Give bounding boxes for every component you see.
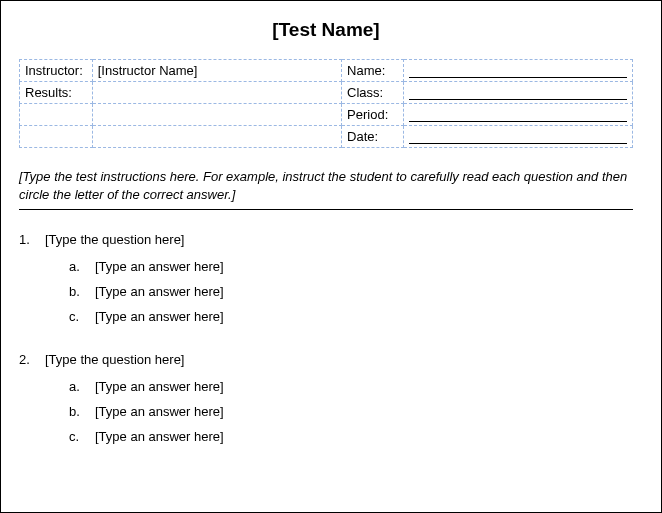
instructor-value[interactable]: [Instructor Name] (92, 60, 341, 82)
answer-letter: a. (69, 259, 95, 274)
empty-cell (20, 126, 93, 148)
answer-text[interactable]: [Type an answer here] (95, 259, 224, 274)
question-block: 2. [Type the question here] a. [Type an … (19, 352, 633, 444)
answer-text[interactable]: [Type an answer here] (95, 379, 224, 394)
date-field[interactable] (404, 126, 633, 148)
answer-letter: b. (69, 404, 95, 419)
question-text[interactable]: [Type the question here] (45, 352, 184, 367)
name-label: Name: (342, 60, 404, 82)
empty-cell (92, 104, 341, 126)
test-title[interactable]: [Test Name] (19, 19, 633, 41)
info-table: Instructor: [Instructor Name] Name: Resu… (19, 59, 633, 148)
answer-text[interactable]: [Type an answer here] (95, 284, 224, 299)
results-value[interactable] (92, 82, 341, 104)
empty-cell (92, 126, 341, 148)
question-number: 1. (19, 232, 45, 247)
name-field[interactable] (404, 60, 633, 82)
answer-letter: a. (69, 379, 95, 394)
period-field[interactable] (404, 104, 633, 126)
divider (19, 209, 633, 210)
instructions-text[interactable]: [Type the test instructions here. For ex… (19, 168, 633, 203)
answer-letter: b. (69, 284, 95, 299)
class-field[interactable] (404, 82, 633, 104)
question-block: 1. [Type the question here] a. [Type an … (19, 232, 633, 324)
answer-text[interactable]: [Type an answer here] (95, 309, 224, 324)
period-label: Period: (342, 104, 404, 126)
class-label: Class: (342, 82, 404, 104)
answer-text[interactable]: [Type an answer here] (95, 404, 224, 419)
date-label: Date: (342, 126, 404, 148)
question-number: 2. (19, 352, 45, 367)
instructor-label: Instructor: (20, 60, 93, 82)
results-label: Results: (20, 82, 93, 104)
answer-letter: c. (69, 429, 95, 444)
answer-text[interactable]: [Type an answer here] (95, 429, 224, 444)
question-text[interactable]: [Type the question here] (45, 232, 184, 247)
answer-letter: c. (69, 309, 95, 324)
empty-cell (20, 104, 93, 126)
